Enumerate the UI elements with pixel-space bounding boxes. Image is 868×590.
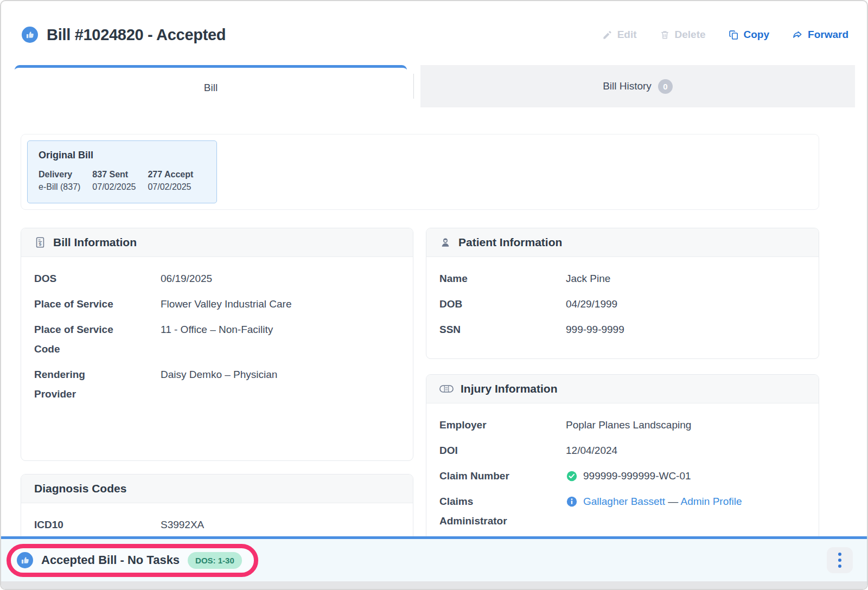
patient-name-value: Jack Pine [566,269,610,288]
forward-button[interactable]: Forward [792,29,848,41]
sent-value: 07/02/2025 [92,181,136,193]
diagnosis-codes-title: Diagnosis Codes [34,482,126,495]
dos-badge: DOS: 1-30 [188,552,242,569]
place-of-service-value: Flower Valley Industrial Care [161,294,291,314]
sent-label: 837 Sent [92,168,136,181]
delivery-value: e-Bill (837) [39,181,80,193]
employer-row: Employer Poplar Planes Landscaping [439,415,806,435]
accept-label: 277 Accept [148,168,193,181]
copy-icon [729,30,739,40]
copy-button[interactable]: Copy [729,29,770,41]
thumbs-up-icon [22,27,38,43]
kebab-menu-button[interactable] [827,547,853,573]
sent-column: 837 Sent 07/02/2025 [92,168,136,193]
bandage-icon [439,384,454,393]
claims-administrator-company-link[interactable]: Gallagher Bassett [583,496,665,507]
dos-value: 06/19/2025 [161,269,212,288]
kebab-dot [838,565,841,568]
rendering-provider-label: Rendering Provider [34,365,126,404]
accept-column: 277 Accept 07/02/2025 [148,168,193,193]
place-of-service-row: Place of Service Flower Valley Industria… [34,294,400,314]
accept-value: 07/02/2025 [148,181,193,193]
bill-history-count-badge: 0 [658,79,673,94]
claims-administrator-row: Claims Administrator [439,492,806,531]
app-window: Bill #1024820 - Accepted Edit Delete [0,0,868,590]
doi-row: DOI 12/04/2024 [439,441,806,460]
forward-label: Forward [808,29,848,41]
bill-timeline: Original Bill Delivery e-Bill (837) 837 … [21,134,819,210]
svg-text:$: $ [39,241,42,247]
tab-bill-history[interactable]: Bill History 0 [420,65,855,107]
patient-ssn-label: SSN [439,320,532,339]
icd10-label: ICD10 [34,515,126,535]
rendering-provider-value: Daisy Demko – Physician [161,365,277,404]
patient-name-row: Name Jack Pine [439,269,806,288]
check-circle-icon [566,470,578,482]
content-area: Original Bill Delivery e-Bill (837) 837 … [1,107,867,576]
page-title: Bill #1024820 - Accepted [47,26,226,44]
tab-bill[interactable]: Bill [15,65,407,107]
patient-information-title: Patient Information [458,236,562,249]
delete-label: Delete [675,29,706,41]
status-text: Accepted Bill - No Tasks [41,553,180,567]
place-of-service-code-value: 11 - Office – Non-Facility [161,320,273,359]
employer-value: Poplar Planes Landscaping [566,415,691,435]
dos-row: DOS 06/19/2025 [34,269,400,288]
header-actions: Edit Delete Copy [602,29,848,41]
patient-dob-value: 04/29/1999 [566,294,617,314]
doi-label: DOI [439,441,532,460]
original-bill-title: Original Bill [39,150,206,161]
annotation-highlight: Accepted Bill - No Tasks DOS: 1-30 [7,544,258,577]
thumbs-up-icon [17,552,33,568]
forward-arrow-icon [792,29,803,40]
icd10-row: ICD10 S3992XA [34,515,400,535]
dos-label: DOS [34,269,126,288]
bill-information-title: Bill Information [53,236,137,249]
claim-number-label: Claim Number [439,466,532,486]
place-of-service-code-row: Place of Service Code 11 - Office – Non-… [34,320,400,359]
claim-number-row: Claim Number 999999-999999-WC-01 [439,466,806,486]
employer-label: Employer [439,415,532,435]
page-header: Bill #1024820 - Accepted Edit Delete [1,1,867,65]
delivery-column: Delivery e-Bill (837) [39,168,80,193]
tab-bar: Bill Bill History 0 [1,65,867,107]
trash-icon [660,30,670,40]
bill-information-card: $ Bill Information DOS 06/19/2025 Place … [21,228,413,461]
icd10-value: S3992XA [161,515,204,535]
patient-name-label: Name [439,269,532,288]
place-of-service-label: Place of Service [34,294,126,314]
edit-button[interactable]: Edit [602,29,637,41]
window-bottom-strip [1,581,867,589]
title-wrap: Bill #1024820 - Accepted [22,26,226,44]
admin-separator: — [668,496,678,507]
patient-ssn-value: 999-99-9999 [566,320,624,339]
patient-ssn-row: SSN 999-99-9999 [439,320,806,339]
info-circle-icon[interactable] [566,496,578,508]
delivery-label: Delivery [39,168,80,181]
status-bar: Accepted Bill - No Tasks DOS: 1-30 [1,536,867,581]
delete-button[interactable]: Delete [660,29,706,41]
patient-dob-label: DOB [439,294,532,314]
bill-document-icon: $ [34,236,46,248]
place-of-service-code-label: Place of Service Code [34,320,126,359]
patient-information-card: Patient Information Name Jack Pine DOB 0… [426,228,819,359]
kebab-dot [838,553,841,556]
tab-bill-label: Bill [204,82,218,94]
rendering-provider-row: Rendering Provider Daisy Demko – Physici… [34,365,400,404]
patient-dob-row: DOB 04/29/1999 [439,294,806,314]
patient-worker-icon [439,236,451,248]
edit-label: Edit [617,29,637,41]
injury-information-title: Injury Information [461,382,558,395]
tab-divider [407,65,420,107]
tab-bill-history-label: Bill History [603,80,652,92]
kebab-dot [838,559,841,562]
original-bill-card[interactable]: Original Bill Delivery e-Bill (837) 837 … [27,140,217,203]
claims-administrator-label: Claims Administrator [439,492,532,531]
pencil-icon [602,30,612,40]
claim-number-value: 999999-999999-WC-01 [583,466,691,486]
admin-profile-link[interactable]: Admin Profile [681,496,742,507]
copy-label: Copy [744,29,770,41]
doi-value: 12/04/2024 [566,441,617,460]
